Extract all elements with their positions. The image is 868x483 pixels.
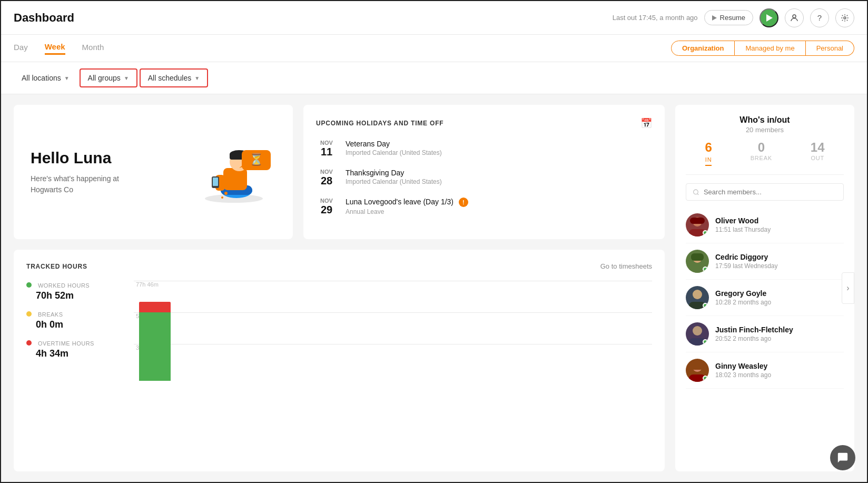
user-icon-button[interactable] [785, 8, 804, 27]
list-item[interactable]: Oliver Wood 11:51 last Thursday [686, 207, 844, 243]
svg-rect-25 [691, 253, 704, 261]
locations-filter[interactable]: All locations ▼ [14, 69, 77, 87]
holiday-source: Imported Calendar (United States) [346, 178, 442, 185]
svg-point-16 [221, 196, 223, 199]
stat-in[interactable]: 6 IN [705, 140, 712, 166]
online-indicator [703, 230, 708, 235]
online-indicator [703, 267, 708, 272]
worked-hours-legend: WORKED HOURS 70h 52m [26, 281, 95, 301]
avatar [686, 359, 709, 382]
out-label: OUT [811, 155, 825, 161]
play-icon [712, 15, 717, 21]
online-indicator [703, 339, 708, 344]
in-count: 6 [705, 140, 712, 155]
avatar [686, 322, 709, 346]
member-time: 11:51 last Thursday [715, 226, 771, 233]
whos-subtitle: 20 members [686, 126, 844, 134]
avatar [686, 286, 709, 309]
holiday-source: Annual Leave [346, 208, 468, 215]
list-item[interactable]: Gregory Goyle 10:28 2 months ago [686, 280, 844, 316]
svg-point-31 [693, 327, 702, 335]
avatar [686, 250, 709, 273]
tab-month[interactable]: Month [82, 43, 104, 54]
search-members-input[interactable] [704, 188, 837, 196]
settings-button[interactable] [835, 8, 854, 27]
holiday-month: NOV [316, 198, 337, 204]
holiday-name: Luna Lovegood's leave (Day 1/3) ! [346, 198, 468, 207]
breaks-dot [26, 311, 32, 317]
play-filled-icon [766, 14, 773, 22]
svg-point-17 [694, 190, 698, 194]
member-time: 20:52 2 months ago [715, 335, 793, 342]
holiday-month: NOV [316, 140, 337, 146]
out-count: 14 [811, 140, 825, 155]
member-name: Ginny Weasley [715, 362, 771, 370]
view-organization-button[interactable]: Organization [671, 41, 735, 56]
next-arrow-button[interactable]: › [842, 272, 854, 304]
bar-work [139, 312, 171, 381]
breaks-value: 0h 0m [26, 319, 95, 330]
resume-button[interactable]: Resume [704, 10, 753, 25]
list-item[interactable]: Ginny Weasley 18:02 3 months ago [686, 352, 844, 389]
member-time: 17:59 last Wednesday [715, 262, 778, 270]
online-indicator [703, 376, 708, 381]
tracked-hours-chart: 77h 46m 58h 20m 38h 53m [107, 281, 652, 381]
chevron-down-icon: ▼ [194, 75, 200, 81]
groups-filter[interactable]: All groups ▼ [80, 68, 137, 87]
holiday-name: Thanksgiving Day [346, 169, 442, 177]
chat-fab-button[interactable] [830, 445, 855, 470]
start-timer-button[interactable] [760, 8, 778, 27]
search-icon [693, 189, 699, 196]
list-item[interactable]: Justin Finch-Fletchley 20:52 2 months ag… [686, 316, 844, 352]
holiday-list: NOV 11 Veterans Day Imported Calendar (U… [316, 140, 652, 216]
svg-rect-5 [223, 168, 247, 190]
last-out-text: Last out 17:45, a month ago [613, 14, 698, 22]
svg-text:⏳: ⏳ [249, 152, 264, 166]
svg-point-0 [793, 15, 796, 18]
page-title: Dashboard [14, 11, 74, 25]
member-time: 18:02 3 months ago [715, 371, 771, 379]
svg-rect-35 [691, 362, 704, 370]
list-item[interactable]: Cedric Diggory 17:59 last Wednesday [686, 243, 844, 280]
member-name: Gregory Goyle [715, 289, 771, 298]
holiday-day: 29 [316, 204, 337, 216]
search-members-container [686, 183, 844, 201]
in-label: IN [705, 156, 712, 166]
locations-label: All locations [22, 74, 61, 82]
chevron-down-icon: ▼ [64, 75, 70, 81]
help-button[interactable]: ? [810, 8, 829, 27]
greeting-title: Hello Luna [31, 149, 119, 167]
bar-overtime [139, 302, 171, 312]
online-indicator [703, 303, 708, 308]
calendar-icon[interactable]: 📅 [640, 117, 652, 129]
worked-label: WORKED HOURS [38, 282, 90, 289]
stat-out[interactable]: 14 OUT [811, 140, 825, 166]
member-name: Oliver Wood [715, 216, 771, 225]
worked-value: 70h 52m [26, 290, 95, 301]
svg-point-28 [693, 290, 702, 299]
stat-break[interactable]: 0 BREAK [751, 140, 772, 166]
holiday-month: NOV [316, 169, 337, 175]
holiday-name: Veterans Day [346, 140, 442, 148]
svg-point-1 [844, 17, 846, 19]
goto-timesheets-link[interactable]: Go to timesheets [600, 262, 652, 270]
member-list: Oliver Wood 11:51 last Thursday Cedric D… [686, 207, 844, 389]
holiday-source: Imported Calendar (United States) [346, 149, 442, 156]
whos-title: Who's in/out [686, 115, 844, 125]
svg-point-15 [224, 192, 228, 195]
view-personal-button[interactable]: Personal [806, 41, 854, 56]
svg-rect-11 [213, 178, 218, 186]
overtime-value: 4h 34m [26, 348, 95, 359]
member-name: Cedric Diggory [715, 253, 778, 261]
holidays-title: UPCOMING HOLIDAYS AND TIME OFF [316, 120, 443, 127]
tab-day[interactable]: Day [14, 43, 28, 54]
holiday-day: 28 [316, 175, 337, 187]
greeting-subtitle: Here's what's happening at Hogwarts Co [31, 173, 119, 195]
resume-label: Resume [720, 14, 745, 22]
breaks-legend: BREAKS 0h 0m [26, 310, 95, 330]
view-managed-button[interactable]: Managed by me [735, 41, 805, 56]
tracked-hours-title: TRACKED HOURS [26, 263, 87, 270]
tab-week[interactable]: Week [45, 42, 65, 55]
breaks-label: BREAKS [38, 311, 63, 318]
schedules-filter[interactable]: All schedules ▼ [140, 68, 208, 87]
